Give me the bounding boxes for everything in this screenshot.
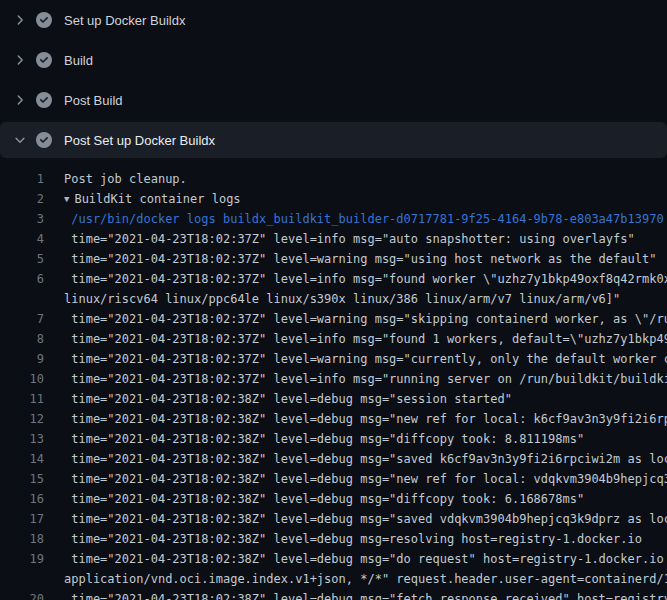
log-row: 12 time="2021-04-23T18:02:38Z" level=deb… xyxy=(0,409,667,429)
log-line-number[interactable]: 6 xyxy=(0,269,44,289)
log-line-number[interactable] xyxy=(0,569,44,589)
log-line-text: time="2021-04-23T18:02:38Z" level=debug … xyxy=(64,429,584,449)
check-circle-icon xyxy=(36,12,52,28)
log-line-number[interactable]: 20 xyxy=(0,589,44,600)
log-row: 18 time="2021-04-23T18:02:38Z" level=deb… xyxy=(0,529,667,549)
check-circle-icon xyxy=(36,52,52,68)
log-line-number[interactable]: 16 xyxy=(0,489,44,509)
log-row: 20 time="2021-04-23T18:02:38Z" level=deb… xyxy=(0,589,667,600)
log-line-number[interactable]: 14 xyxy=(0,449,44,469)
log-line-text: time="2021-04-23T18:02:37Z" level=warnin… xyxy=(64,349,667,369)
step-label: Build xyxy=(64,53,93,68)
log-group-header[interactable]: 2 ▼BuildKit container logs xyxy=(0,189,667,209)
steps-list: Set up Docker Buildx Build P xyxy=(0,0,667,158)
chevron-right-icon xyxy=(12,92,28,108)
log-row: 5 time="2021-04-23T18:02:37Z" level=warn… xyxy=(0,249,667,269)
log-line-text: time="2021-04-23T18:02:38Z" level=debug … xyxy=(64,469,667,489)
step-header[interactable]: Build xyxy=(0,40,667,80)
log-line-text: linux/riscv64 linux/ppc64le linux/s390x … xyxy=(64,289,620,309)
log-row: 1 Post job cleanup. xyxy=(0,169,667,189)
log-row: 6 time="2021-04-23T18:02:37Z" level=info… xyxy=(0,269,667,289)
log-line-number[interactable]: 15 xyxy=(0,469,44,489)
log-line-number[interactable]: 4 xyxy=(0,229,44,249)
log-line-number[interactable]: 10 xyxy=(0,369,44,389)
chevron-right-icon xyxy=(12,52,28,68)
check-circle-icon xyxy=(36,132,52,148)
step-label: Post Build xyxy=(64,93,123,108)
log-line-number[interactable]: 3 xyxy=(0,209,44,229)
log-line-text: time="2021-04-23T18:02:37Z" level=info m… xyxy=(64,269,667,289)
log-line-text: time="2021-04-23T18:02:38Z" level=debug … xyxy=(64,409,667,429)
log-line-number[interactable] xyxy=(0,289,44,309)
log-row: 11 time="2021-04-23T18:02:38Z" level=deb… xyxy=(0,389,667,409)
log-line-number[interactable]: 7 xyxy=(0,309,44,329)
check-circle-icon xyxy=(36,92,52,108)
log-row: application/vnd.oci.image.index.v1+json,… xyxy=(0,569,667,589)
log-line-text: time="2021-04-23T18:02:38Z" level=debug … xyxy=(64,509,667,529)
log-line-text: time="2021-04-23T18:02:38Z" level=debug … xyxy=(64,549,667,569)
step-label: Post Set up Docker Buildx xyxy=(64,133,215,148)
log-line-text: time="2021-04-23T18:02:37Z" level=warnin… xyxy=(64,309,667,329)
log-line-number[interactable]: 8 xyxy=(0,329,44,349)
log-line-number[interactable]: 1 xyxy=(0,169,44,189)
log-line-number[interactable]: 18 xyxy=(0,529,44,549)
log-row: 13 time="2021-04-23T18:02:38Z" level=deb… xyxy=(0,429,667,449)
log-line-text: time="2021-04-23T18:02:38Z" level=debug … xyxy=(64,589,667,600)
log-row: 8 time="2021-04-23T18:02:37Z" level=info… xyxy=(0,329,667,349)
step-header[interactable]: Post Build xyxy=(0,80,667,120)
log-line-text: Post job cleanup. xyxy=(64,169,187,189)
log-line-text: time="2021-04-23T18:02:38Z" level=debug … xyxy=(64,449,667,469)
log-line-number[interactable]: 11 xyxy=(0,389,44,409)
log-row: 19 time="2021-04-23T18:02:38Z" level=deb… xyxy=(0,549,667,569)
log-line-number[interactable]: 5 xyxy=(0,249,44,269)
log-line-text: time="2021-04-23T18:02:38Z" level=debug … xyxy=(64,389,512,409)
chevron-down-icon xyxy=(12,132,28,148)
log-row: 3 /usr/bin/docker logs buildx_buildkit_b… xyxy=(0,209,667,229)
log-row: 10 time="2021-04-23T18:02:37Z" level=inf… xyxy=(0,369,667,389)
group-collapse-triangle-icon: ▼ xyxy=(64,189,69,209)
log-line-number[interactable]: 9 xyxy=(0,349,44,369)
log-line-number[interactable]: 17 xyxy=(0,509,44,529)
log-line-number[interactable]: 2 xyxy=(0,189,44,209)
log-line-number[interactable]: 12 xyxy=(0,409,44,429)
log-viewer: 1 Post job cleanup. 2 ▼BuildKit containe… xyxy=(0,158,667,600)
log-line-text: time="2021-04-23T18:02:38Z" level=debug … xyxy=(64,489,584,509)
log-line-number[interactable]: 13 xyxy=(0,429,44,449)
log-line-text: /usr/bin/docker logs buildx_buildkit_bui… xyxy=(64,209,664,229)
step-header[interactable]: Set up Docker Buildx xyxy=(0,0,667,40)
log-row: 14 time="2021-04-23T18:02:38Z" level=deb… xyxy=(0,449,667,469)
log-row: 17 time="2021-04-23T18:02:38Z" level=deb… xyxy=(0,509,667,529)
log-line-text: time="2021-04-23T18:02:37Z" level=info m… xyxy=(64,229,635,249)
log-line-text: application/vnd.oci.image.index.v1+json,… xyxy=(64,569,667,589)
step-label: Set up Docker Buildx xyxy=(64,13,185,28)
log-row: 4 time="2021-04-23T18:02:37Z" level=info… xyxy=(0,229,667,249)
log-line-text: time="2021-04-23T18:02:37Z" level=info m… xyxy=(64,369,667,389)
log-row: 16 time="2021-04-23T18:02:38Z" level=deb… xyxy=(0,489,667,509)
log-row: 9 time="2021-04-23T18:02:37Z" level=warn… xyxy=(0,349,667,369)
log-line-text: time="2021-04-23T18:02:37Z" level=info m… xyxy=(64,329,667,349)
log-line-number[interactable]: 19 xyxy=(0,549,44,569)
log-line-text: ▼BuildKit container logs xyxy=(64,189,241,209)
step-header[interactable]: Post Set up Docker Buildx xyxy=(0,122,667,158)
chevron-right-icon xyxy=(12,12,28,28)
log-row: 7 time="2021-04-23T18:02:37Z" level=warn… xyxy=(0,309,667,329)
log-row: linux/riscv64 linux/ppc64le linux/s390x … xyxy=(0,289,667,309)
log-row: 15 time="2021-04-23T18:02:38Z" level=deb… xyxy=(0,469,667,489)
log-line-text: time="2021-04-23T18:02:37Z" level=warnin… xyxy=(64,249,656,269)
log-line-text: time="2021-04-23T18:02:38Z" level=debug … xyxy=(64,529,642,549)
